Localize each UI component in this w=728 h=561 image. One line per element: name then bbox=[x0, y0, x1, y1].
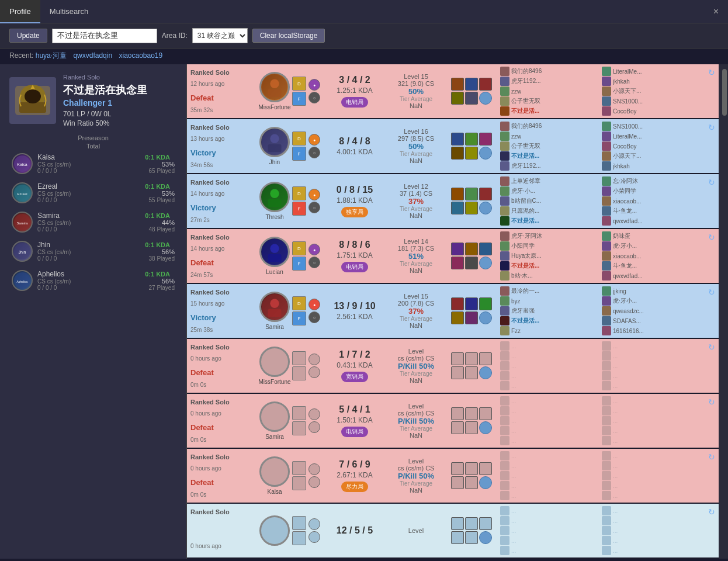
recent-bar: Recent: huya·河童 qwxvdfadqin xiaocaobao19 bbox=[0, 49, 728, 64]
match-result-2: Victory bbox=[190, 203, 254, 212]
svg-text:Kaisa: Kaisa bbox=[17, 162, 27, 167]
refresh-icon-6[interactable]: ↻ bbox=[708, 397, 715, 407]
refresh-btn-6[interactable]: ↻ bbox=[705, 394, 719, 448]
winrate-5: P/Kill 50% bbox=[398, 362, 434, 370]
refresh-btn-1[interactable]: ↻ bbox=[705, 119, 719, 173]
player-col-left-7: ... ... ... ... ... bbox=[500, 451, 601, 500]
tier-label-2: Tier Average bbox=[400, 206, 432, 212]
tier-label-3: Tier Average bbox=[400, 261, 432, 267]
refresh-btn-0[interactable]: ↻ bbox=[705, 64, 719, 118]
player-col-right-7: ... ... ... ... ... bbox=[602, 451, 702, 500]
refresh-icon-5[interactable]: ↻ bbox=[708, 342, 715, 352]
clear-storage-button[interactable]: Clear localStorage bbox=[252, 29, 325, 43]
win-ratio: Win Ratio 50% bbox=[63, 119, 177, 127]
player-2-0: 上单近邻章 bbox=[500, 176, 601, 186]
item3-3 bbox=[479, 243, 492, 255]
match-duration-1: 34m 56s bbox=[190, 162, 254, 168]
champ-kda-samira: 0:1 KDA bbox=[145, 212, 170, 219]
refresh-btn-8[interactable]: ↻ bbox=[705, 504, 719, 557]
winrate-1: 50% bbox=[408, 142, 424, 151]
match-time-0: 12 hours ago bbox=[190, 81, 254, 87]
items-section-2 bbox=[445, 174, 498, 228]
item2-3 bbox=[465, 243, 478, 255]
player-5-9: ... bbox=[602, 381, 702, 390]
players-section-5: ... ... ... ... ... ... ... ... ... ... bbox=[498, 339, 705, 393]
item2-1 bbox=[465, 133, 478, 146]
player-col-right-1: SNS1000... LiteralMe... CocoBoy 小源天下... … bbox=[602, 122, 702, 171]
player-5-3: ... bbox=[500, 371, 601, 380]
match-row-5: Ranked Solo 0 hours ago Defeat 0m 0s Mis… bbox=[187, 339, 719, 394]
rune1-3: ● bbox=[308, 244, 320, 255]
champ-name-label-0: MissFortune bbox=[259, 104, 291, 110]
champ-name-aphelios: Aphelios bbox=[37, 270, 72, 278]
spell2-8 bbox=[292, 531, 306, 545]
player-col-right-0: LiteralMe... jkhkah 小源天下... SNS1000... C… bbox=[602, 67, 702, 116]
items-row2-2 bbox=[451, 202, 492, 214]
refresh-icon-3[interactable]: ↻ bbox=[708, 233, 715, 242]
tab-multisearch[interactable]: Multisearch bbox=[40, 0, 98, 23]
refresh-icon-0[interactable]: ↻ bbox=[708, 68, 715, 77]
player-2-8: 斗·鱼龙... bbox=[602, 206, 702, 216]
spell2-7 bbox=[292, 476, 306, 490]
tab-profile[interactable]: Profile bbox=[0, 0, 40, 23]
player-4-8: SDAFAS... bbox=[602, 316, 702, 325]
kda-section-6: 5 / 4 / 1 1.50:1 KDA 电销局 bbox=[323, 394, 387, 448]
match-badge-7: 尽力局 bbox=[341, 482, 368, 492]
player-4-2: 虎牙蚩强 bbox=[500, 306, 601, 316]
winrate-4: 37% bbox=[408, 307, 424, 316]
player-5-4: ... bbox=[500, 381, 601, 390]
refresh-btn-4[interactable]: ↻ bbox=[705, 284, 719, 338]
area-select[interactable]: 31 峡谷之巅 bbox=[192, 28, 248, 43]
refresh-icon-1[interactable]: ↻ bbox=[708, 123, 715, 132]
rune2-6 bbox=[308, 421, 320, 433]
ward-6 bbox=[479, 421, 492, 434]
top-bar: Profile Multisearch × bbox=[0, 0, 728, 23]
refresh-icon-8[interactable]: ↻ bbox=[708, 507, 715, 517]
items-row2-7 bbox=[451, 476, 492, 489]
item2-2 bbox=[465, 188, 478, 200]
spell-icons-0: D F bbox=[292, 64, 308, 118]
match-type-8: Ranked Solo bbox=[190, 508, 254, 515]
items-row1-5 bbox=[451, 352, 492, 365]
champ-name-label-4: Samira bbox=[265, 324, 284, 330]
refresh-btn-2[interactable]: ↻ bbox=[705, 174, 719, 228]
search-input[interactable] bbox=[52, 29, 157, 43]
match-info-7: Ranked Solo 0 hours ago Defeat 0m 0s bbox=[187, 449, 257, 503]
refresh-btn-3[interactable]: ↻ bbox=[705, 229, 719, 283]
champ-portrait-2: Thresh bbox=[257, 174, 292, 228]
player-4-7: qweasdzc... bbox=[602, 306, 702, 316]
champ-name-ezreal: Ezreal bbox=[37, 182, 72, 191]
spell-icons-1: D F bbox=[292, 119, 308, 173]
item5-3 bbox=[465, 257, 478, 269]
refresh-btn-7[interactable]: ↻ bbox=[705, 449, 719, 503]
scrollbar[interactable] bbox=[719, 64, 728, 559]
match-row-6: Ranked Solo 0 hours ago Defeat 0m 0s Sam… bbox=[187, 394, 719, 449]
refresh-btn-5[interactable]: ↻ bbox=[705, 339, 719, 393]
cs-7: cs (cs/m) CS bbox=[398, 465, 435, 472]
close-button[interactable]: × bbox=[709, 6, 723, 17]
player-2-3: 只愿泥的... bbox=[500, 206, 601, 216]
refresh-icon-2[interactable]: ↻ bbox=[708, 178, 715, 187]
avatar bbox=[9, 77, 56, 124]
items-section-1 bbox=[445, 119, 498, 173]
champ-big-icon-7 bbox=[259, 456, 290, 487]
tier-val-4: NaN bbox=[410, 322, 422, 329]
refresh-icon-4[interactable]: ↻ bbox=[708, 288, 715, 297]
recent-link-0[interactable]: huya·河童 bbox=[36, 51, 67, 60]
recent-link-2[interactable]: xiaocaobao19 bbox=[119, 51, 162, 60]
kda-score-6: 5 / 4 / 1 bbox=[339, 404, 370, 415]
player-0-9: CocoBoy bbox=[602, 106, 702, 116]
kda-ratio-1: 4.00:1 KDA bbox=[337, 148, 372, 156]
recent-link-1[interactable]: qwxvdfadqin bbox=[73, 51, 112, 60]
player-1-7: CocoBoy bbox=[602, 141, 702, 151]
level-4: Level 15 bbox=[404, 293, 428, 300]
refresh-icon-7[interactable]: ↻ bbox=[708, 452, 715, 462]
profile-info: Ranked Solo 不过是活在执念里 Challenger 1 701 LP… bbox=[63, 74, 177, 127]
spell1-5 bbox=[292, 351, 306, 365]
preseason-label: Preseason bbox=[9, 134, 177, 141]
champ-big-icon-4 bbox=[259, 292, 290, 322]
update-button[interactable]: Update bbox=[9, 29, 47, 43]
match-badge-3: 电销局 bbox=[341, 262, 368, 272]
item5-5 bbox=[465, 366, 478, 379]
match-time-2: 14 hours ago bbox=[190, 191, 254, 197]
